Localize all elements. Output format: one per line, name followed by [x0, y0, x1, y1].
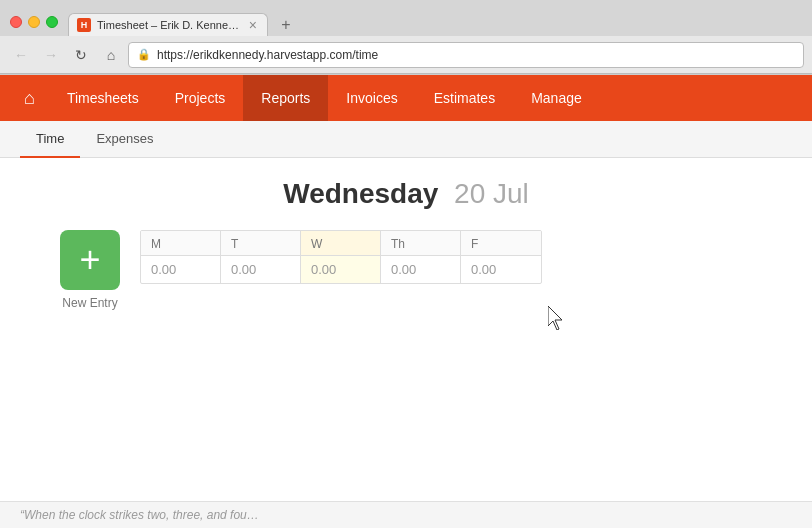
day-col-thu: Th 0.00	[381, 231, 461, 283]
main-content: Wednesday 20 Jul + New Entry M 0.00 T 0.…	[0, 158, 812, 528]
refresh-button[interactable]: ↻	[68, 43, 94, 67]
day-value-mon: 0.00	[141, 256, 220, 283]
browser-tab[interactable]: H Timesheet – Erik D. Kenned… ×	[68, 13, 268, 36]
address-bar[interactable]: 🔒 https://erikdkennedy.harvestapp.com/ti…	[128, 42, 804, 68]
day-header-wed: W	[301, 231, 380, 256]
forward-button[interactable]: →	[38, 43, 64, 67]
plus-icon[interactable]: +	[60, 230, 120, 290]
maximize-button[interactable]	[46, 16, 58, 28]
back-button[interactable]: ←	[8, 43, 34, 67]
timesheet-area: + New Entry M 0.00 T 0.00 W 0.00 Th 0.00…	[0, 230, 812, 310]
close-button[interactable]	[10, 16, 22, 28]
week-grid: M 0.00 T 0.00 W 0.00 Th 0.00 F 0.00	[140, 230, 542, 284]
nav-item-reports[interactable]: Reports	[243, 75, 328, 121]
nav-home-button[interactable]: ⌂	[10, 75, 49, 121]
day-value-wed: 0.00	[301, 256, 380, 283]
day-header-mon: M	[141, 231, 220, 256]
url-text: https://erikdkennedy.harvestapp.com/time	[157, 48, 795, 62]
tab-bar: H Timesheet – Erik D. Kenned… × +	[68, 8, 802, 36]
tab-favicon: H	[77, 18, 91, 32]
tab-close-button[interactable]: ×	[249, 18, 257, 32]
browser-chrome: H Timesheet – Erik D. Kenned… × + ← → ↻ …	[0, 0, 812, 75]
day-col-wed: W 0.00	[301, 231, 381, 283]
tab-title: Timesheet – Erik D. Kenned…	[97, 19, 243, 31]
day-header-fri: F	[461, 231, 541, 256]
new-entry-label: New Entry	[62, 296, 117, 310]
sub-nav: Time Expenses	[0, 121, 812, 158]
day-value-thu: 0.00	[381, 256, 460, 283]
day-name: Wednesday	[283, 178, 438, 209]
nav-item-manage[interactable]: Manage	[513, 75, 600, 121]
nav-bar: ← → ↻ ⌂ 🔒 https://erikdkennedy.harvestap…	[0, 36, 812, 74]
new-tab-button[interactable]: +	[272, 14, 300, 36]
day-col-mon: M 0.00	[141, 231, 221, 283]
nav-item-invoices[interactable]: Invoices	[328, 75, 415, 121]
lock-icon: 🔒	[137, 48, 151, 61]
nav-item-projects[interactable]: Projects	[157, 75, 244, 121]
sub-nav-time[interactable]: Time	[20, 121, 80, 158]
day-header-thu: Th	[381, 231, 460, 256]
app-nav: ⌂ Timesheets Projects Reports Invoices E…	[0, 75, 812, 121]
day-col-tue: T 0.00	[221, 231, 301, 283]
day-col-fri: F 0.00	[461, 231, 541, 283]
day-value-tue: 0.00	[221, 256, 300, 283]
nav-item-timesheets[interactable]: Timesheets	[49, 75, 157, 121]
new-entry-button[interactable]: + New Entry	[60, 230, 120, 310]
title-bar: H Timesheet – Erik D. Kenned… × +	[0, 0, 812, 36]
bottom-quote: “When the clock strikes two, three, and …	[0, 501, 812, 528]
date-heading: Wednesday 20 Jul	[0, 178, 812, 210]
minimize-button[interactable]	[28, 16, 40, 28]
traffic-lights	[10, 16, 58, 28]
home-button[interactable]: ⌂	[98, 43, 124, 67]
date-display: 20 Jul	[454, 178, 529, 209]
day-header-tue: T	[221, 231, 300, 256]
nav-item-estimates[interactable]: Estimates	[416, 75, 513, 121]
sub-nav-expenses[interactable]: Expenses	[80, 121, 169, 158]
day-value-fri: 0.00	[461, 256, 541, 283]
